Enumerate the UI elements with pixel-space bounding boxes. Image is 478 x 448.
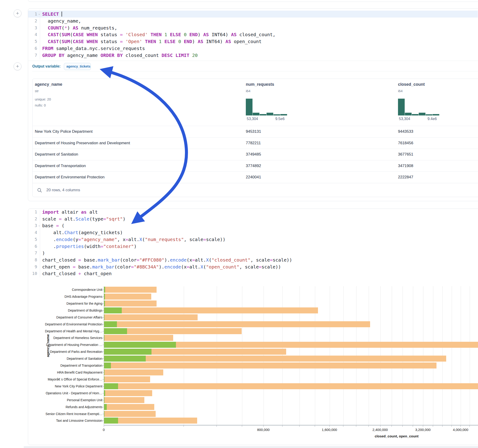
line-number: 9: [28, 263, 37, 270]
table-row[interactable]: Department of Environmental Protection22…: [32, 171, 478, 183]
table-row[interactable]: Department of Transportation377489234719…: [32, 160, 478, 172]
bar-open: [104, 287, 105, 293]
code-line[interactable]: FROM sample_data.nyc.service_requests: [42, 45, 145, 52]
y-axis-label: Department of Environmental Protection: [33, 322, 102, 326]
code-line[interactable]: CAST(SUM(CASE WHEN status = 'Open' THEN …: [42, 38, 262, 45]
bar-closed: [104, 356, 446, 361]
line-number: 3: [28, 222, 37, 229]
table-cell: 3774892: [246, 164, 261, 168]
bar-open: [104, 411, 104, 417]
column-type: i64: [398, 89, 403, 93]
histogram-max-label: 9.5e6: [275, 117, 284, 121]
histogram-max-label: 9.4e6: [428, 117, 437, 121]
code-line[interactable]: import altair as alt: [42, 209, 98, 216]
code-line[interactable]: chart_closed = base.mark_bar(color="#FFC…: [42, 256, 292, 263]
text-cursor: [62, 12, 62, 17]
x-axis-tick: [402, 425, 403, 427]
column-header: closed_count: [398, 82, 425, 87]
add-cell-button-output[interactable]: +: [14, 62, 21, 70]
fold-chevron-icon[interactable]: ⌄: [37, 11, 41, 18]
table-cell: 7618456: [398, 141, 413, 145]
python-gutter-divider: [40, 210, 40, 277]
bar-closed: [104, 307, 318, 313]
gridline: [452, 286, 452, 425]
code-line[interactable]: SELECT: [42, 11, 62, 18]
histogram-bar: [246, 99, 252, 115]
table-row[interactable]: Department of Sanitation37494853677651: [32, 149, 478, 160]
x-axis-tick: [433, 425, 433, 427]
x-axis-tick: [391, 425, 392, 427]
x-axis-tick: [263, 425, 264, 427]
line-number: 6: [28, 45, 37, 52]
histogram-bar: [267, 113, 273, 115]
bar-open: [104, 328, 127, 334]
code-line[interactable]: CAST(SUM(CASE WHEN status = 'Closed' THE…: [42, 31, 276, 38]
row-count-text: 20 rows, 4 columns: [46, 188, 80, 193]
x-axis-tick-label: 1,600,000: [316, 428, 343, 432]
column-stat: unique: 20: [35, 97, 51, 101]
y-axis-label: Department of Health and Mental Hyg…: [33, 329, 102, 333]
output-variable-pill[interactable]: agency_tickets: [64, 63, 91, 70]
y-axis-label: Department of Homeless Services: [33, 336, 102, 340]
histogram-bar: [398, 99, 405, 115]
bar-closed: [104, 321, 370, 327]
code-line[interactable]: agency_name,: [42, 18, 81, 25]
x-axis-tick-label: 800,000: [250, 428, 277, 432]
bar-open: [104, 397, 104, 403]
x-axis-tick: [104, 425, 104, 427]
x-axis-tick: [299, 425, 300, 427]
x-axis-tick: [452, 425, 452, 427]
add-cell-button-top[interactable]: +: [14, 9, 21, 17]
y-axis-label: HRA Benefit Card Replacement: [33, 370, 102, 374]
x-axis-tick-label: 2,400,000: [366, 428, 394, 432]
code-line[interactable]: COUNT(*) AS num_requests,: [42, 25, 117, 31]
x-axis-tick: [242, 425, 242, 427]
code-line[interactable]: ): [42, 249, 45, 256]
table-cell: 3471908: [398, 164, 413, 168]
table-row[interactable]: New York City Police Department945313194…: [32, 126, 478, 137]
y-axis-label: Department of Buildings: [33, 308, 102, 312]
results-table[interactable]: agency_namestrunique: 20nulls: 0num_requ…: [32, 79, 478, 197]
bar-closed: [104, 383, 478, 389]
search-icon[interactable]: [37, 188, 42, 193]
code-line[interactable]: alt.Chart(agency_tickets): [42, 229, 123, 236]
x-axis-line: [104, 425, 478, 425]
fold-chevron-icon[interactable]: ⌄: [37, 222, 41, 229]
bar-closed: [104, 376, 150, 382]
sql-output-divider: [28, 61, 478, 61]
x-axis-title: closed_count, open_count: [375, 434, 419, 438]
table-cell: Department of Sanitation: [35, 152, 78, 157]
histogram-bar: [280, 114, 287, 115]
line-number: 4: [28, 31, 37, 38]
bar-closed: [104, 300, 157, 306]
y-axis-label: Department of Parks and Recreation: [33, 350, 102, 354]
bar-closed: [104, 390, 152, 396]
bar-open: [104, 300, 105, 306]
line-number: 1: [28, 209, 37, 216]
line-number: 7: [28, 249, 37, 256]
chart-plot-area: [104, 286, 478, 425]
x-axis-tick: [413, 425, 413, 427]
x-axis-tick: [343, 425, 343, 427]
code-line[interactable]: chart_closed + chart_open: [42, 270, 112, 277]
histogram-bar: [260, 114, 266, 115]
bar-closed: [104, 287, 157, 293]
y-axis-label: DHS Advantage Programs: [33, 294, 102, 299]
code-line[interactable]: scale = alt.Scale(type="sqrt"): [42, 216, 126, 222]
page-background-strip: [24, 446, 478, 448]
table-cell: New York City Police Department: [35, 129, 93, 134]
y-axis-title: agency_name: [46, 334, 50, 357]
code-line[interactable]: base = (: [42, 222, 64, 229]
y-axis-label: Refunds and Adjustments: [33, 405, 102, 409]
code-line[interactable]: .encode(y="agency_name", x=alt.X("num_re…: [42, 236, 226, 243]
bar-closed: [104, 314, 198, 320]
line-number: 2: [28, 18, 37, 25]
x-axis-tick: [368, 425, 369, 427]
code-line[interactable]: GROUP BY agency_name ORDER BY closed_cou…: [42, 52, 198, 59]
code-line[interactable]: .properties(width="container"): [42, 243, 137, 250]
gridline: [470, 286, 470, 425]
bar-open: [104, 390, 105, 396]
bar-closed: [104, 362, 436, 368]
table-row[interactable]: Department of Housing Preservation and D…: [32, 137, 478, 149]
code-line[interactable]: chart_open = base.mark_bar(color="#8BC34…: [42, 263, 281, 270]
